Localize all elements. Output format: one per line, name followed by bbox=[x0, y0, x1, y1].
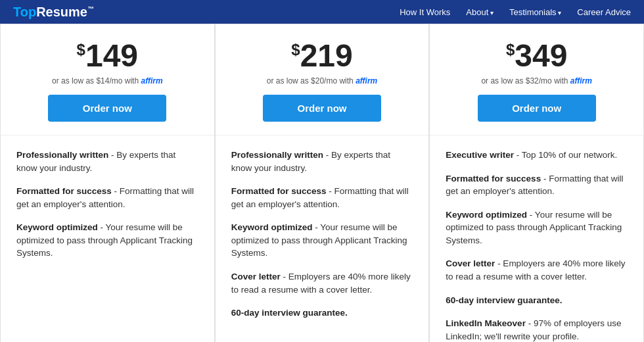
feature-2-2: Formatted for success - Formatting that … bbox=[231, 185, 413, 210]
order-now-btn-1[interactable]: Order now bbox=[48, 95, 166, 122]
pricing-section: $149 or as low as $14/mo with affirm Ord… bbox=[0, 24, 644, 342]
feature-3-4: Cover letter - Employers are 40% more li… bbox=[446, 257, 628, 283]
card-1-price: $149 bbox=[20, 37, 195, 74]
feature-2-1: Professionally written - By experts that… bbox=[231, 149, 413, 174]
card-2-header: $219 or as low as $20/mo with affirm Ord… bbox=[216, 24, 429, 135]
feature-1-3: Keyword optimized - Your resume will be … bbox=[16, 221, 198, 260]
card-3-header: $349 or as low as $32/mo with affirm Ord… bbox=[430, 24, 643, 135]
card-3-features: Executive writer - Top 10% of our networ… bbox=[430, 135, 643, 342]
feature-3-5: 60-day interview guarantee. bbox=[446, 294, 628, 307]
nav-about[interactable]: About bbox=[466, 7, 494, 17]
pricing-card-1: $149 or as low as $14/mo with affirm Ord… bbox=[0, 24, 215, 342]
card-1-header: $149 or as low as $14/mo with affirm Ord… bbox=[1, 24, 214, 135]
feature-3-2: Formatted for success - Formatting that … bbox=[446, 172, 628, 198]
logo-top: Top bbox=[13, 5, 36, 19]
card-2-features: Professionally written - By experts that… bbox=[216, 135, 429, 342]
affirm-brand-3: affirm bbox=[570, 76, 592, 86]
card-3-price: $349 bbox=[449, 37, 624, 74]
nav-how-it-works[interactable]: How It Works bbox=[400, 7, 450, 17]
pricing-card-2: $219 or as low as $20/mo with affirm Ord… bbox=[215, 24, 430, 342]
affirm-brand-2: affirm bbox=[356, 76, 377, 86]
pricing-card-3: $349 or as low as $32/mo with affirm Ord… bbox=[429, 24, 644, 342]
site-logo: TopResume™ bbox=[13, 5, 94, 20]
card-1-affirm: or as low as $14/mo with affirm bbox=[20, 76, 195, 86]
nav-links: How It Works About Testimonials Career A… bbox=[400, 7, 631, 17]
feature-1-1: Professionally written - By experts that… bbox=[16, 149, 198, 174]
card-3-affirm: or as low as $32/mo with affirm bbox=[449, 76, 624, 86]
order-now-btn-2[interactable]: Order now bbox=[263, 95, 381, 122]
feature-2-5: 60-day interview guarantee. bbox=[231, 306, 413, 320]
card-2-affirm: or as low as $20/mo with affirm bbox=[235, 76, 409, 86]
feature-2-4: Cover letter - Employers are 40% more li… bbox=[231, 270, 413, 296]
affirm-brand-1: affirm bbox=[141, 76, 162, 86]
nav-testimonials[interactable]: Testimonials bbox=[509, 7, 561, 17]
card-2-price: $219 bbox=[235, 37, 409, 74]
feature-3-6: LinkedIn Makeover - 97% of employers use… bbox=[446, 317, 628, 342]
feature-2-3: Keyword optimized - Your resume will be … bbox=[231, 221, 413, 260]
navbar: TopResume™ How It Works About Testimonia… bbox=[0, 0, 644, 24]
card-1-features: Professionally written - By experts that… bbox=[1, 135, 214, 342]
feature-1-2: Formatted for success - Formatting that … bbox=[16, 185, 198, 210]
nav-career-advice[interactable]: Career Advice bbox=[577, 7, 631, 17]
feature-3-1: Executive writer - Top 10% of our networ… bbox=[446, 149, 628, 162]
order-now-btn-3[interactable]: Order now bbox=[478, 95, 596, 122]
feature-3-3: Keyword optimized - Your resume will be … bbox=[446, 208, 628, 247]
